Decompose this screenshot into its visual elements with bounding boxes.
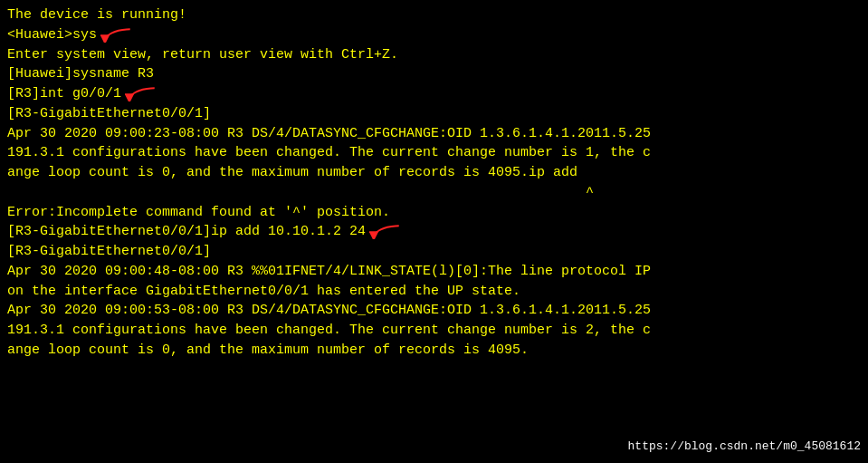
arrow-icon: [369, 223, 402, 239]
terminal-line-14: [R3-GigabitEthernet0/0/1]ip add 10.10.1.…: [7, 222, 861, 242]
terminal-line-19: 191.3.1 configurations have been changed…: [7, 321, 861, 341]
terminal-line-10: ange loop count is 0, and the maximum nu…: [7, 163, 861, 183]
terminal-line-1: The device is running!: [7, 5, 861, 25]
terminal-line-6: [R3]int g0/0/1: [7, 84, 861, 104]
terminal-line-9: 191.3.1 configurations have been changed…: [7, 143, 861, 163]
arrow-icon: [125, 85, 157, 101]
watermark: https://blog.csdn.net/m0_45081612: [628, 439, 861, 456]
terminal: The device is running!<Huawei>sys Enter …: [0, 0, 868, 463]
terminal-line-15: [R3-GigabitEthernet0/0/1]: [7, 242, 861, 262]
terminal-line-11: ^: [7, 183, 861, 203]
arrow-icon: [100, 26, 133, 43]
terminal-line-17: on the interface GigabitEthernet0/0/1 ha…: [7, 282, 861, 302]
terminal-line-20: ange loop count is 0, and the maximum nu…: [7, 341, 861, 361]
terminal-line-5: [Huawei]sysname R3: [7, 64, 861, 84]
terminal-line-18: Apr 30 2020 09:00:53-08:00 R3 DS/4/DATAS…: [7, 301, 861, 321]
terminal-line-8: Apr 30 2020 09:00:23-08:00 R3 DS/4/DATAS…: [7, 124, 861, 144]
terminal-line-13: Error:Incomplete command found at '^' po…: [7, 203, 861, 223]
terminal-line-4: Enter system view, return user view with…: [7, 45, 861, 65]
terminal-line-3: <Huawei>sys: [7, 25, 861, 45]
terminal-line-7: [R3-GigabitEthernet0/0/1]: [7, 104, 861, 124]
terminal-line-16: Apr 30 2020 09:00:48-08:00 R3 %%01IFNET/…: [7, 262, 861, 282]
